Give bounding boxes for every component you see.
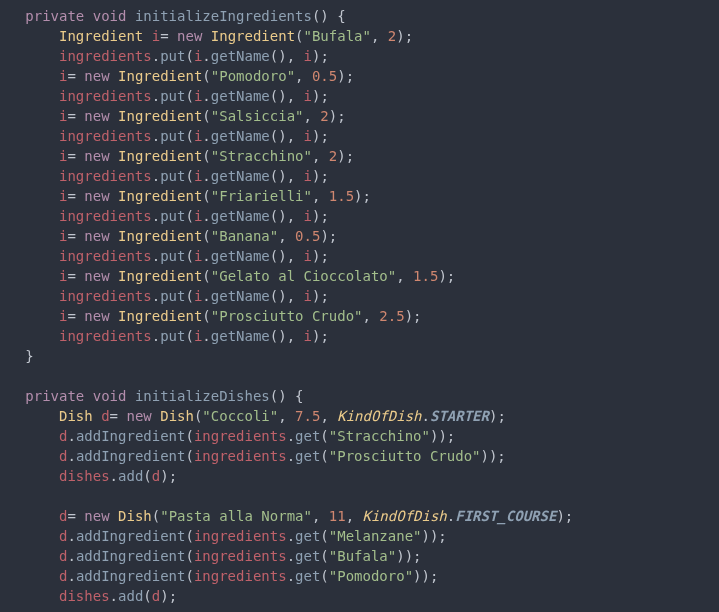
code-block: private void initializeIngredients() { I… — [0, 0, 719, 606]
